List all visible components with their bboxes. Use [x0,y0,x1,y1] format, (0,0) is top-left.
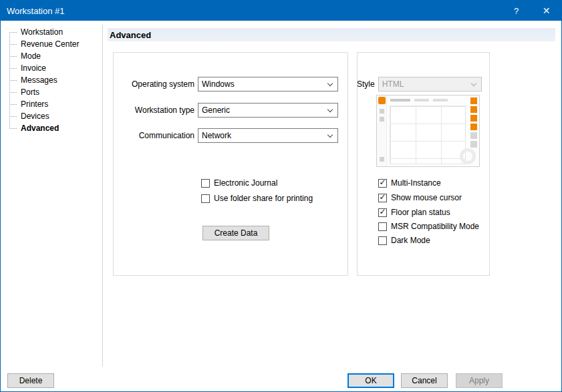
sidebar-item-ports[interactable]: Ports [6,86,100,98]
folder-share-printing-checkbox[interactable]: ✓ Use folder share for printing [201,193,313,204]
dark-mode-checkbox[interactable]: ✓ Dark Mode [378,235,430,246]
ok-button[interactable]: OK [347,373,394,388]
preview-button [470,97,477,104]
checkbox-box: ✓ [378,179,387,188]
preview-sidebar [377,95,387,166]
preview-logo [378,97,386,104]
chevron-down-icon [327,133,333,138]
sidebar-item-messages[interactable]: Messages [6,74,100,86]
window-title: Workstation #1 [1,6,501,16]
preview-icon [380,109,384,114]
preview-button [470,141,477,148]
preview-watermark [460,148,476,164]
preview-button [470,124,477,130]
preview-icon [380,157,384,162]
sidebar-item-advanced[interactable]: Advanced [6,122,100,134]
sidebar-item-revenue-center[interactable]: Revenue Center [6,38,100,50]
operating-system-select[interactable]: Windows [198,77,338,91]
style-label: Style [357,79,378,89]
create-data-button[interactable]: Create Data [202,226,269,240]
sidebar-tree: Workstation Revenue Center Mode Invoice … [6,26,100,134]
preview-button [470,115,477,122]
checkmark-icon: ✓ [379,179,386,186]
preview-text-bar [414,99,429,102]
preview-text-bar [433,99,448,102]
checkbox-box: ✓ [378,194,387,202]
communication-label: Communication [113,131,198,140]
chevron-down-icon [327,81,333,87]
chevron-down-icon [327,108,333,113]
preview-button [470,132,477,139]
sidebar-item-workstation[interactable]: Workstation [6,26,100,38]
page-header: Advanced [108,28,555,41]
close-icon[interactable]: ✕ [531,1,561,21]
sidebar-item-mode[interactable]: Mode [6,50,100,62]
checkbox-box: ✓ [201,179,210,188]
preview-text-bar [390,99,410,102]
delete-button[interactable]: Delete [7,373,54,388]
multi-instance-checkbox[interactable]: ✓ Multi-Instance [378,178,441,188]
workstation-type-label: Workstation type [113,106,198,115]
chevron-down-icon [471,81,476,87]
msr-compatibility-checkbox[interactable]: ✓ MSR Compatibility Mode [378,221,479,232]
preview-grid [390,106,466,164]
communication-select[interactable]: Network [198,128,338,143]
cancel-button[interactable]: Cancel [401,373,448,388]
preview-button [470,106,477,113]
checkmark-icon: ✓ [379,194,386,201]
style-select: HTML [378,77,482,91]
style-preview-image [376,95,480,167]
help-icon[interactable]: ? [501,1,531,21]
checkbox-box: ✓ [378,222,387,231]
operating-system-label: Operating system [113,79,198,89]
checkbox-box: ✓ [201,194,210,203]
preview-button-column [470,97,478,150]
electronic-journal-checkbox[interactable]: ✓ Electronic Journal [201,178,277,188]
sidebar-item-printers[interactable]: Printers [6,98,100,110]
floor-plan-status-checkbox[interactable]: ✓ Floor plan status [378,207,450,218]
sidebar-separator [102,25,103,367]
checkbox-box: ✓ [378,208,387,217]
preview-icon [380,117,384,122]
title-bar[interactable]: Workstation #1 ? ✕ [1,1,561,21]
page-title: Advanced [108,30,151,40]
workstation-type-select[interactable]: Generic [198,103,338,118]
checkbox-box: ✓ [378,236,387,245]
workstation-dialog: Workstation #1 ? ✕ Workstation Revenue C… [0,0,562,392]
apply-button: Apply [456,373,503,388]
sidebar-item-devices[interactable]: Devices [6,110,100,122]
checkmark-icon: ✓ [379,208,386,216]
show-mouse-cursor-checkbox[interactable]: ✓ Show mouse cursor [378,192,462,203]
sidebar-item-invoice[interactable]: Invoice [6,62,100,74]
